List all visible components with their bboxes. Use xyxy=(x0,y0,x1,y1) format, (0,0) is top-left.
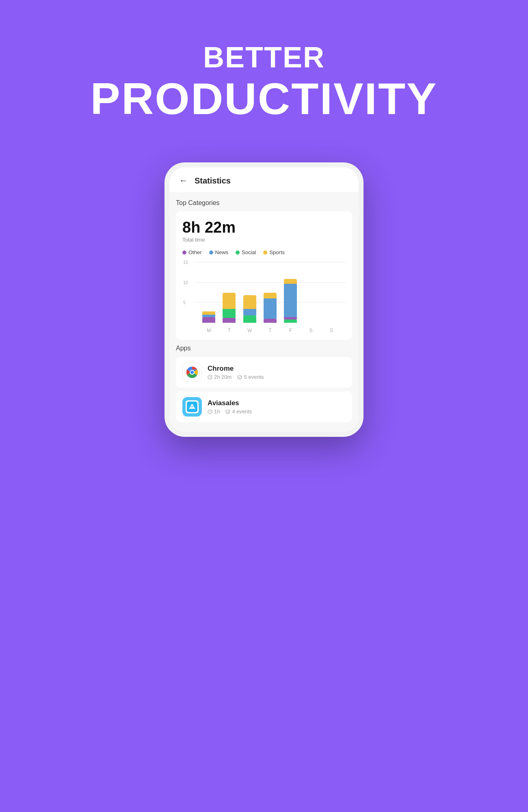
x-label-F: F xyxy=(284,328,297,333)
page-title: Statistics xyxy=(195,176,231,186)
chrome-meta: 2h 20m 5 events xyxy=(208,374,346,380)
chrome-icon xyxy=(182,363,202,382)
legend-social-label: Social xyxy=(242,249,256,255)
app-header: ← Statistics xyxy=(169,167,359,193)
aviasales-logo xyxy=(186,400,199,413)
x-label-S1: S xyxy=(305,328,318,333)
chrome-red-segment xyxy=(192,367,197,369)
phone-screen: ← Statistics Top Categories 8h 22m Total… xyxy=(169,167,359,432)
clock-icon xyxy=(208,375,212,380)
bar-M xyxy=(202,311,215,323)
bars-container xyxy=(195,262,346,323)
bar-T2-news xyxy=(264,298,277,319)
bar-T2-other xyxy=(264,319,277,323)
avia-bg xyxy=(187,402,197,412)
x-label-W: W xyxy=(243,328,256,333)
app-content: Top Categories 8h 22m Total time Other N… xyxy=(169,193,359,432)
svg-point-3 xyxy=(226,410,230,414)
bar-stack-T1 xyxy=(223,293,236,323)
aviasales-info: Aviasales 1h 4 events xyxy=(208,399,346,415)
phone-frame: ← Statistics Top Categories 8h 22m Total… xyxy=(164,162,364,437)
bar-stack-T2 xyxy=(264,293,277,323)
legend-sports-label: Sports xyxy=(269,249,285,255)
total-time-value: 8h 22m xyxy=(182,220,346,235)
bar-T2 xyxy=(264,293,277,323)
bar-M-other xyxy=(202,317,215,323)
app-item-chrome[interactable]: Chrome 2h 20m 5 events xyxy=(176,357,352,388)
bar-T1-social xyxy=(223,309,236,318)
bar-T1-other xyxy=(223,318,236,323)
hero-productivity-text: PRODUCTIVITY xyxy=(0,74,528,123)
y-label-5: 5 xyxy=(183,300,186,305)
legend-social: Social xyxy=(236,249,256,255)
bar-stack-M xyxy=(202,311,215,323)
bar-W xyxy=(243,295,256,323)
y-label-15: 15 xyxy=(183,260,188,265)
legend-news-dot xyxy=(209,251,213,255)
bar-W-social xyxy=(243,315,256,323)
legend-news: News xyxy=(209,249,229,255)
bar-stack-F xyxy=(284,279,297,323)
chrome-time: 2h 20m xyxy=(208,374,232,380)
bar-F-news xyxy=(284,284,297,317)
legend-sports: Sports xyxy=(263,249,285,255)
stats-card: 8h 22m Total time Other News xyxy=(176,212,352,340)
top-categories-label: Top Categories xyxy=(176,199,352,207)
app-item-aviasales[interactable]: Aviasales 1h 4 events xyxy=(176,391,352,422)
chrome-name: Chrome xyxy=(208,365,346,373)
chrome-inner xyxy=(190,371,194,374)
events-icon-2 xyxy=(225,409,230,414)
hero-section: BETTER PRODUCTIVITY xyxy=(0,0,528,123)
bar-T1 xyxy=(223,293,236,323)
x-label-M: M xyxy=(202,328,215,333)
clock-icon-2 xyxy=(208,409,212,414)
bar-stack-W xyxy=(243,295,256,323)
bar-F-sports xyxy=(284,279,297,284)
bar-M-sports xyxy=(202,311,215,315)
legend-other-dot xyxy=(182,251,186,255)
apps-section: Apps xyxy=(176,345,352,422)
bar-W-news xyxy=(243,309,256,315)
bar-T2-sports xyxy=(264,293,277,298)
bar-W-sports xyxy=(243,295,256,309)
legend-other: Other xyxy=(182,249,202,255)
aviasales-icon xyxy=(182,397,202,417)
bar-F xyxy=(284,279,297,323)
chrome-events: 5 events xyxy=(237,374,264,380)
legend-sports-dot xyxy=(263,251,267,255)
x-label-T2: T xyxy=(264,328,277,333)
aviasales-name: Aviasales xyxy=(208,399,346,407)
avia-circle xyxy=(191,404,193,406)
legend-other-label: Other xyxy=(188,249,202,255)
back-button[interactable]: ← xyxy=(179,175,188,186)
x-label-T1: T xyxy=(223,328,236,333)
aviasales-events: 4 events xyxy=(225,408,252,415)
legend-social-dot xyxy=(236,251,240,255)
hero-better-text: BETTER xyxy=(0,41,528,74)
total-time-label: Total time xyxy=(182,237,346,243)
x-label-S2: S xyxy=(325,328,338,333)
aviasales-svg xyxy=(187,402,197,412)
events-icon xyxy=(237,375,242,380)
aviasales-meta: 1h 4 events xyxy=(208,408,346,415)
bar-chart: 15 10 5 xyxy=(182,262,346,335)
apps-section-label: Apps xyxy=(176,345,352,352)
svg-point-1 xyxy=(238,375,242,379)
chart-legend: Other News Social Sports xyxy=(182,249,346,255)
y-label-10: 10 xyxy=(183,280,188,285)
x-labels: M T W T F S S xyxy=(195,328,346,333)
bar-F-social xyxy=(284,320,297,323)
phone-mockup: ← Statistics Top Categories 8h 22m Total… xyxy=(164,162,364,437)
chrome-svg xyxy=(185,365,199,380)
aviasales-time: 1h xyxy=(208,408,220,415)
legend-news-label: News xyxy=(215,249,229,255)
chrome-info: Chrome 2h 20m 5 events xyxy=(208,365,346,380)
bar-T1-sports xyxy=(223,293,236,309)
